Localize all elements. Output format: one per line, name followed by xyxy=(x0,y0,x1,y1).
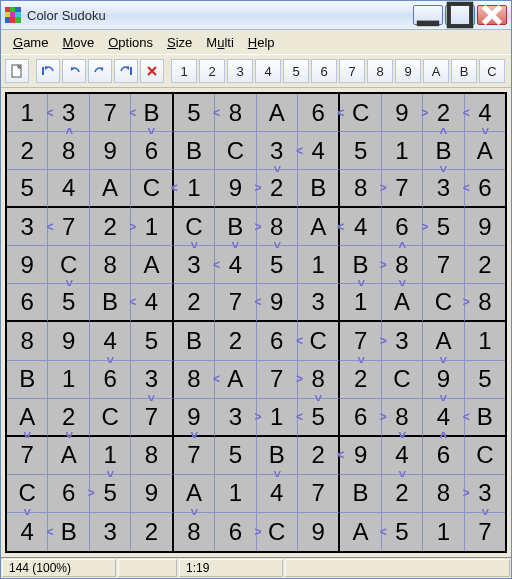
cell-1-7[interactable]: 4 xyxy=(298,132,340,170)
cell-10-5[interactable]: 1 xyxy=(215,475,256,513)
cell-0-11[interactable]: 4> xyxy=(465,94,505,132)
cell-10-9[interactable]: 2 xyxy=(382,475,423,513)
cell-9-11[interactable]: C xyxy=(465,437,505,475)
cell-11-7[interactable]: 9 xyxy=(298,513,340,551)
cell-7-6[interactable]: 7> xyxy=(257,361,298,399)
cell-2-9[interactable]: 7 xyxy=(382,170,423,208)
cell-8-0[interactable]: A> xyxy=(7,399,48,437)
cell-5-11[interactable]: 8 xyxy=(465,284,505,322)
cell-7-3[interactable]: 3> xyxy=(131,361,173,399)
number-button-1[interactable]: 1 xyxy=(171,59,197,83)
cell-0-0[interactable]: 1< xyxy=(7,94,48,132)
cell-5-3[interactable]: 4 xyxy=(131,284,173,322)
cell-6-10[interactable]: A> xyxy=(423,322,464,360)
cell-6-9[interactable]: 3 xyxy=(382,322,423,360)
cell-10-10[interactable]: 8> xyxy=(423,475,464,513)
cell-3-11[interactable]: 9 xyxy=(465,208,505,246)
cell-9-9[interactable]: 4> xyxy=(382,437,423,475)
cell-4-9[interactable]: 8> xyxy=(382,246,423,284)
cell-1-4[interactable]: B xyxy=(174,132,215,170)
cell-0-3[interactable]: B> xyxy=(131,94,173,132)
number-button-9[interactable]: 9 xyxy=(395,59,421,83)
menu-multi[interactable]: Multi xyxy=(200,34,239,51)
cell-1-8[interactable]: 5 xyxy=(340,132,381,170)
cell-5-10[interactable]: C> xyxy=(423,284,464,322)
cell-8-9[interactable]: 8> xyxy=(382,399,423,437)
cell-8-3[interactable]: 7 xyxy=(131,399,173,437)
cell-2-1[interactable]: 4 xyxy=(48,170,89,208)
cell-9-2[interactable]: 1> xyxy=(90,437,131,475)
cell-9-10[interactable]: 6 xyxy=(423,437,464,475)
number-button-7[interactable]: 7 xyxy=(339,59,365,83)
cell-4-1[interactable]: C> xyxy=(48,246,89,284)
cell-3-4[interactable]: C> xyxy=(174,208,215,246)
cell-11-1[interactable]: B xyxy=(48,513,89,551)
cell-2-4[interactable]: 1 xyxy=(174,170,215,208)
cell-9-4[interactable]: 7 xyxy=(174,437,215,475)
cell-2-11[interactable]: 6 xyxy=(465,170,505,208)
cell-6-2[interactable]: 4> xyxy=(90,322,131,360)
cell-7-7[interactable]: 8> xyxy=(298,361,340,399)
cell-0-6[interactable]: A xyxy=(257,94,298,132)
cell-9-7[interactable]: 2< xyxy=(298,437,340,475)
cell-7-4[interactable]: 8< xyxy=(174,361,215,399)
cell-7-9[interactable]: C xyxy=(382,361,423,399)
cell-1-0[interactable]: 2 xyxy=(7,132,48,170)
cell-3-5[interactable]: B>> xyxy=(215,208,256,246)
cell-2-7[interactable]: B xyxy=(298,170,340,208)
cell-3-9[interactable]: 6>< xyxy=(382,208,423,246)
cell-7-5[interactable]: A xyxy=(215,361,256,399)
number-button-4[interactable]: 4 xyxy=(255,59,281,83)
cell-6-6[interactable]: 6< xyxy=(257,322,298,360)
cell-3-2[interactable]: 2> xyxy=(90,208,131,246)
cell-9-5[interactable]: 5 xyxy=(215,437,256,475)
cell-8-7[interactable]: 5 xyxy=(298,399,340,437)
cell-4-2[interactable]: 8 xyxy=(90,246,131,284)
cell-5-0[interactable]: 6 xyxy=(7,284,48,322)
cell-5-7[interactable]: 3 xyxy=(298,284,340,322)
cell-0-7[interactable]: 6< xyxy=(298,94,340,132)
menu-size[interactable]: Size xyxy=(161,34,198,51)
cell-1-10[interactable]: B> xyxy=(423,132,464,170)
minimize-button[interactable] xyxy=(413,5,443,25)
number-button-5[interactable]: 5 xyxy=(283,59,309,83)
menu-move[interactable]: Move xyxy=(56,34,100,51)
cell-9-0[interactable]: 7 xyxy=(7,437,48,475)
cancel-button[interactable] xyxy=(140,59,164,83)
cell-7-2[interactable]: 6 xyxy=(90,361,131,399)
cell-11-10[interactable]: 1 xyxy=(423,513,464,551)
cell-10-8[interactable]: B xyxy=(340,475,381,513)
cell-6-11[interactable]: 1 xyxy=(465,322,505,360)
cell-1-1[interactable]: 8 xyxy=(48,132,89,170)
menu-game[interactable]: Game xyxy=(7,34,54,51)
cell-7-10[interactable]: 9> xyxy=(423,361,464,399)
cell-10-0[interactable]: C> xyxy=(7,475,48,513)
close-button[interactable] xyxy=(477,5,507,25)
cell-4-11[interactable]: 2 xyxy=(465,246,505,284)
cell-3-7[interactable]: A< xyxy=(298,208,340,246)
cell-4-4[interactable]: 3< xyxy=(174,246,215,284)
cell-10-4[interactable]: A> xyxy=(174,475,215,513)
maximize-button[interactable] xyxy=(445,5,475,25)
cell-3-8[interactable]: 4 xyxy=(340,208,381,246)
cell-0-2[interactable]: 7< xyxy=(90,94,131,132)
cell-8-4[interactable]: 9> xyxy=(174,399,215,437)
cell-7-1[interactable]: 1 xyxy=(48,361,89,399)
cell-4-5[interactable]: 4 xyxy=(215,246,256,284)
number-button-B[interactable]: B xyxy=(451,59,477,83)
cell-11-5[interactable]: 6> xyxy=(215,513,256,551)
cell-6-1[interactable]: 9 xyxy=(48,322,89,360)
cell-0-8[interactable]: C xyxy=(340,94,381,132)
undo-button[interactable] xyxy=(62,59,86,83)
cell-8-10[interactable]: 4<< xyxy=(423,399,464,437)
cell-2-8[interactable]: 8> xyxy=(340,170,381,208)
number-button-2[interactable]: 2 xyxy=(199,59,225,83)
cell-9-8[interactable]: 9 xyxy=(340,437,381,475)
cell-10-2[interactable]: 5 xyxy=(90,475,131,513)
cell-2-5[interactable]: 9> xyxy=(215,170,256,208)
cell-0-4[interactable]: 5< xyxy=(174,94,215,132)
cell-8-6[interactable]: 1< xyxy=(257,399,298,437)
cell-10-3[interactable]: 9 xyxy=(131,475,173,513)
cell-5-8[interactable]: 1 xyxy=(340,284,381,322)
cell-6-8[interactable]: 7>> xyxy=(340,322,381,360)
